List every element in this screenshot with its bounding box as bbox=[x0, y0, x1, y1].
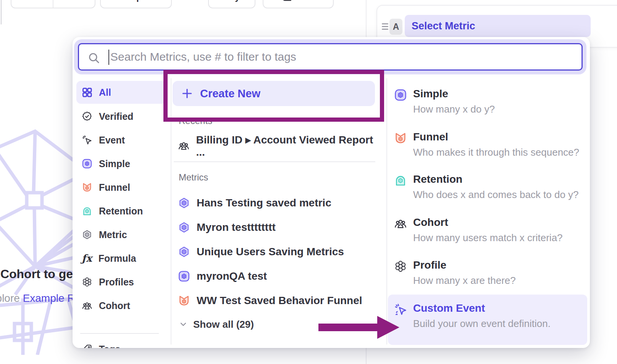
background-wireframe-graphic bbox=[0, 126, 76, 355]
retention-icon bbox=[82, 206, 92, 216]
metric-list-item[interactable]: Myron testttttttt bbox=[178, 220, 376, 235]
type-title: Profile bbox=[413, 259, 446, 271]
search-icon bbox=[87, 52, 100, 64]
cohort-icon bbox=[178, 140, 190, 152]
select-metric-field[interactable]: Select Metric bbox=[405, 15, 591, 37]
type-item-profile[interactable]: Profile How many x are there? bbox=[388, 259, 587, 297]
saved-metric-icon bbox=[178, 221, 190, 234]
section-divider bbox=[174, 161, 375, 162]
retention-icon bbox=[394, 174, 407, 187]
sidebar-item-retention[interactable]: Retention bbox=[82, 200, 164, 222]
metrics-section-label: Metrics bbox=[179, 172, 208, 183]
cohort-icon bbox=[82, 300, 92, 311]
type-description: How many x are there? bbox=[413, 275, 516, 287]
time-range-ytd-button[interactable]: YTD bbox=[53, 0, 95, 8]
metric-list-item[interactable]: WW Test Saved Behavior Funnel bbox=[178, 293, 376, 308]
type-title: Custom Event bbox=[413, 302, 485, 314]
annotation-highlight-box bbox=[163, 70, 384, 122]
empty-state-subtext: explore Example R bbox=[0, 292, 75, 304]
sidebar-item-label: Verified bbox=[99, 111, 133, 122]
type-description: How many users match x criteria? bbox=[413, 232, 563, 244]
type-item-custom-event[interactable]: Custom Event Build your own event defini… bbox=[388, 302, 587, 340]
type-title: Cohort bbox=[413, 216, 448, 229]
compare-label: Compare bbox=[117, 0, 155, 2]
tag-icon bbox=[82, 344, 92, 348]
funnel-icon bbox=[82, 182, 92, 193]
simple-icon bbox=[178, 270, 190, 282]
sidebar-item-label: Formula bbox=[99, 253, 136, 264]
sidebar-item-cohort[interactable]: Cohort bbox=[82, 294, 164, 317]
metric-list-item[interactable]: Hans Testing saved metric bbox=[178, 195, 376, 211]
line-chart-icon bbox=[281, 0, 292, 2]
sidebar-item-funnel[interactable]: Funnel bbox=[82, 176, 164, 199]
sidebar-item-all[interactable]: All bbox=[82, 81, 164, 104]
type-title: Retention bbox=[413, 173, 462, 185]
type-description: Who does x and comes back to do y? bbox=[413, 189, 579, 201]
simple-icon bbox=[82, 158, 92, 169]
sidebar-item-simple[interactable]: Simple bbox=[82, 152, 164, 175]
type-item-simple[interactable]: Simple How many x do y? bbox=[388, 88, 587, 126]
metric-item-label: Hans Testing saved metric bbox=[197, 197, 331, 209]
simple-icon bbox=[394, 89, 407, 101]
series-badge: A bbox=[389, 19, 402, 35]
profiles-icon bbox=[82, 277, 92, 287]
metric-item-label: Myron testttttttt bbox=[197, 221, 276, 234]
sidebar-item-label: Tags bbox=[99, 344, 121, 348]
metric-search-box[interactable] bbox=[78, 43, 583, 71]
profiles-icon bbox=[394, 260, 407, 273]
sidebar-item-metric[interactable]: Metric bbox=[82, 223, 164, 246]
type-item-funnel[interactable]: Funnel Who makes it through this sequenc… bbox=[388, 131, 587, 169]
chart-type-button[interactable]: Line bbox=[263, 0, 334, 8]
cohort-icon bbox=[394, 217, 407, 230]
sidebar-item-profiles[interactable]: Profiles bbox=[82, 271, 164, 293]
sidebar-item-label: Funnel bbox=[99, 182, 130, 193]
verified-badge-icon bbox=[82, 111, 92, 122]
time-range-12m-button[interactable]: 12M bbox=[11, 0, 53, 8]
sidebar-item-event[interactable]: Event bbox=[82, 129, 164, 151]
type-description: Who makes it through this sequence? bbox=[413, 147, 579, 158]
time-range-12m-label: 12M bbox=[24, 0, 41, 2]
metric-item-label: WW Test Saved Behavior Funnel bbox=[197, 295, 362, 307]
sidebar-divider bbox=[80, 333, 159, 334]
sidebar-item-label: All bbox=[99, 87, 111, 98]
metric-search-input[interactable] bbox=[110, 44, 569, 69]
chevron-down-icon bbox=[179, 320, 188, 329]
granularity-label: Day bbox=[224, 0, 240, 2]
type-item-cohort[interactable]: Cohort How many users match x criteria? bbox=[388, 216, 587, 254]
funnel-icon bbox=[394, 132, 407, 145]
text-cursor bbox=[108, 50, 109, 65]
sidebar-item-tags-partial[interactable]: Tags bbox=[82, 338, 164, 348]
type-title: Funnel bbox=[413, 131, 448, 143]
recent-item-row[interactable]: Billing ID ▸ Account Viewed Report ... bbox=[178, 138, 376, 153]
type-description: Build your own event definition. bbox=[413, 318, 551, 330]
sidebar-item-label: Simple bbox=[99, 158, 130, 169]
sidebar-item-label: Event bbox=[99, 135, 125, 146]
app-screenshot: 12M YTD Compare Day Line A Select Metric bbox=[0, 0, 617, 364]
sidebar-item-verified[interactable]: Verified bbox=[82, 105, 164, 128]
saved-metric-icon bbox=[178, 246, 190, 258]
type-title: Simple bbox=[413, 88, 448, 100]
example-link[interactable]: Example R bbox=[23, 292, 75, 304]
chevron-down-icon bbox=[81, 0, 88, 1]
type-item-retention[interactable]: Retention Who does x and comes back to d… bbox=[388, 173, 587, 211]
event-cursor-icon bbox=[82, 135, 92, 145]
granularity-button[interactable]: Day bbox=[208, 0, 255, 8]
type-description: How many x do y? bbox=[413, 103, 495, 115]
saved-metric-icon bbox=[178, 197, 190, 209]
time-range-segmented-control[interactable]: 12M YTD bbox=[11, 0, 95, 8]
compare-button[interactable]: Compare bbox=[100, 0, 172, 8]
drag-handle-icon[interactable] bbox=[382, 23, 388, 31]
metric-hexagon-icon bbox=[82, 229, 92, 240]
show-all-button[interactable]: Show all (29) bbox=[179, 317, 254, 332]
annotation-arrow-icon bbox=[316, 314, 402, 341]
chart-type-label: Line bbox=[297, 0, 315, 2]
recent-item-label: Billing ID ▸ Account Viewed Report ... bbox=[196, 134, 376, 158]
funnel-icon bbox=[178, 295, 190, 307]
metric-list-item[interactable]: Unique Users Saving Metrics bbox=[178, 244, 376, 259]
metric-list-item[interactable]: myronQA test bbox=[178, 269, 376, 284]
metric-item-label: myronQA test bbox=[197, 270, 267, 282]
time-range-ytd-label: YTD bbox=[60, 0, 78, 2]
formula-icon: ƒx bbox=[82, 253, 92, 264]
sidebar-item-formula[interactable]: ƒx Formula bbox=[82, 247, 164, 270]
show-all-label: Show all (29) bbox=[193, 319, 254, 330]
